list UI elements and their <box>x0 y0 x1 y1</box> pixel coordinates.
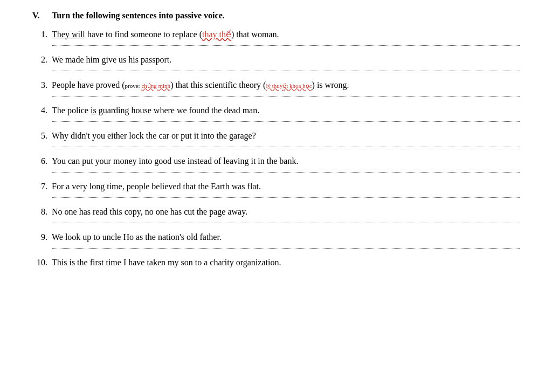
sentence-text: They will have to find someone to replac… <box>52 28 520 41</box>
list-item: 4. The police is guarding house where we… <box>32 104 520 122</box>
answer-line <box>52 197 520 198</box>
sentence-text: For a very long time, people believed th… <box>52 180 520 193</box>
section-label: V. <box>32 11 52 20</box>
list-item: 5. Why didn't you either lock the car or… <box>32 129 520 147</box>
list-item: 7. For a very long time, people believed… <box>32 180 520 198</box>
answer-line <box>52 172 520 173</box>
answer-line <box>52 121 520 122</box>
item-number: 4. <box>32 106 52 115</box>
item-number: 9. <box>32 232 52 242</box>
sentence-text: The police is guarding house where we fo… <box>52 104 520 117</box>
answer-line <box>52 248 520 249</box>
list-item: 1. They will have to find someone to rep… <box>32 28 520 46</box>
item-number: 1. <box>32 30 52 39</box>
exercise-list: 1. They will have to find someone to rep… <box>32 28 520 269</box>
list-item: 9. We look up to uncle Ho as the nation'… <box>32 231 520 249</box>
note-prove: prove: chứng minh <box>125 82 171 89</box>
sentence-text: We made him give us his passport. <box>52 53 520 66</box>
answer-line <box>52 147 520 147</box>
underline-will: will <box>70 30 85 39</box>
answer-line <box>52 223 520 223</box>
viet-prove: chứng minh <box>141 82 170 89</box>
item-number: 10. <box>32 258 52 267</box>
sentence-text: No one has read this copy, no one has cu… <box>52 205 520 218</box>
answer-line <box>52 96 520 97</box>
list-item: 2. We made him give us his passport. <box>32 53 520 71</box>
underline-is: is <box>91 106 96 115</box>
answer-line <box>52 71 520 71</box>
item-number: 5. <box>32 131 52 141</box>
list-item: 8. No one has read this copy, no one has… <box>32 205 520 223</box>
sentence-text: People have proved (prove: chứng minh) t… <box>52 79 520 92</box>
viet-word-1: thay thế <box>202 30 231 39</box>
sentence-text: We look up to uncle Ho as the nation's o… <box>52 231 520 244</box>
item-number: 2. <box>32 55 52 65</box>
viet-theory: lý thuyết khoa học <box>266 82 312 89</box>
list-item: 6. You can put your money into good use … <box>32 155 520 173</box>
item-number: 7. <box>32 182 52 191</box>
section-header: V. Turn the following sentences into pas… <box>32 11 520 20</box>
item-number: 6. <box>32 156 52 166</box>
section-title: Turn the following sentences into passiv… <box>52 11 225 20</box>
sentence-text: Why didn't you either lock the car or pu… <box>52 129 520 142</box>
list-item: 3. People have proved (prove: chứng minh… <box>32 79 520 97</box>
item-number: 8. <box>32 207 52 217</box>
answer-line <box>52 45 520 46</box>
sentence-text: This is the first time I have taken my s… <box>52 256 520 269</box>
underline-they: They <box>52 30 70 39</box>
list-item: 10. This is the first time I have taken … <box>32 256 520 269</box>
item-number: 3. <box>32 80 52 90</box>
sentence-text: You can put your money into good use ins… <box>52 155 520 168</box>
